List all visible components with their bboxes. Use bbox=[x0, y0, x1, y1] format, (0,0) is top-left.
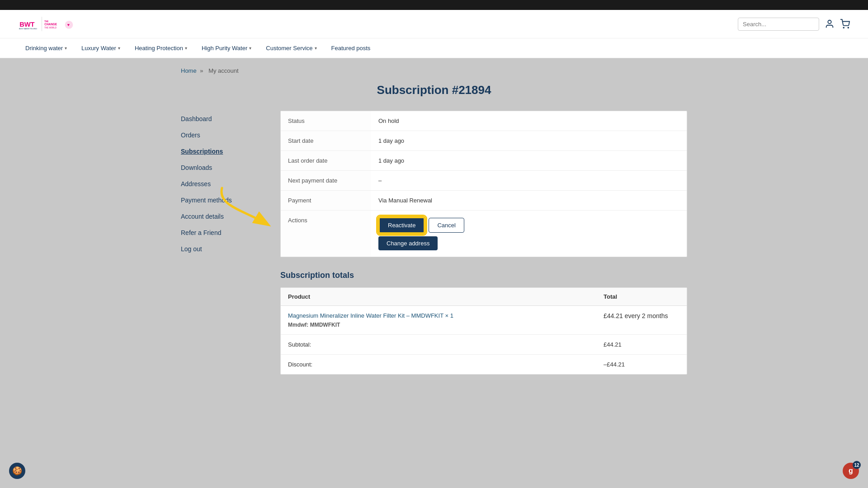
search-input[interactable] bbox=[738, 18, 819, 31]
status-value: On hold bbox=[371, 111, 687, 131]
totals-title: Subscription totals bbox=[280, 271, 687, 280]
main-content: Status On hold Start date 1 day ago Last… bbox=[280, 111, 687, 375]
sidebar-item-refer-friend[interactable]: Refer a Friend bbox=[181, 225, 262, 241]
subtotal-row: Subtotal: £44.21 bbox=[281, 335, 687, 355]
chat-icon: g bbox=[849, 467, 853, 475]
sku-value: MMDWFKIT bbox=[310, 322, 340, 328]
discount-value: –£44.21 bbox=[596, 355, 687, 374]
header-icons bbox=[738, 18, 850, 31]
totals-product-cell: Magnesium Mineralizer Inline Water Filte… bbox=[281, 306, 596, 334]
search-wrap bbox=[738, 18, 819, 31]
chat-widget[interactable]: g 12 bbox=[843, 463, 859, 479]
account-layout: Dashboard Orders Subscriptions Downloads… bbox=[181, 111, 687, 375]
svg-text:♥: ♥ bbox=[67, 23, 70, 27]
start-date-row: Start date 1 day ago bbox=[281, 131, 687, 151]
chevron-down-icon: ▾ bbox=[65, 46, 67, 51]
nav-item-heating-protection[interactable]: Heating Protection ▾ bbox=[127, 38, 194, 58]
svg-text:BWT: BWT bbox=[19, 21, 34, 28]
product-name: Magnesium Mineralizer Inline Water Filte… bbox=[288, 312, 589, 319]
nav-item-featured-posts[interactable]: Featured posts bbox=[324, 38, 378, 58]
totals-header: Product Total bbox=[281, 288, 687, 306]
last-order-label: Last order date bbox=[281, 151, 371, 170]
chevron-down-icon: ▾ bbox=[118, 46, 120, 51]
next-payment-row: Next payment date – bbox=[281, 171, 687, 191]
chat-badge: 12 bbox=[853, 461, 861, 469]
start-date-label: Start date bbox=[281, 131, 371, 150]
sidebar-item-downloads[interactable]: Downloads bbox=[181, 160, 262, 176]
sidebar-item-account-details[interactable]: Account details bbox=[181, 208, 262, 225]
cookie-icon[interactable]: 🍪 bbox=[9, 463, 25, 479]
subtotal-value: £44.21 bbox=[596, 335, 687, 354]
totals-col-product: Product bbox=[281, 288, 596, 305]
reactivate-button[interactable]: Reactivate bbox=[378, 217, 425, 234]
actions-value: Reactivate Cancel Change address bbox=[371, 211, 687, 257]
svg-text:THE WORLD: THE WORLD bbox=[44, 27, 57, 29]
sidebar-item-payment-methods[interactable]: Payment methods bbox=[181, 192, 262, 208]
discount-row: Discount: –£44.21 bbox=[281, 355, 687, 374]
svg-text:BEST WATER TECHNOLOGY: BEST WATER TECHNOLOGY bbox=[19, 28, 37, 30]
bwt-logo[interactable]: BWT BEST WATER TECHNOLOGY bbox=[18, 14, 37, 33]
svg-text:CHANGE: CHANGE bbox=[44, 23, 57, 26]
last-order-value: 1 day ago bbox=[371, 151, 687, 170]
actions-row: Actions bbox=[281, 211, 687, 257]
breadcrumb-home[interactable]: Home bbox=[181, 67, 197, 74]
product-sku: Mmdwf: MMDWFKIT bbox=[288, 322, 589, 328]
next-payment-value: – bbox=[371, 171, 687, 190]
nav-item-high-purity-water[interactable]: High Purity Water ▾ bbox=[194, 38, 259, 58]
sku-label: Mmdwf: bbox=[288, 322, 308, 328]
nav-item-drinking-water[interactable]: Drinking water ▾ bbox=[18, 38, 74, 58]
svg-point-9 bbox=[828, 20, 831, 23]
status-label: Status bbox=[281, 111, 371, 131]
breadcrumb-separator: » bbox=[200, 67, 203, 74]
svg-point-10 bbox=[843, 27, 844, 28]
breadcrumb-current: My account bbox=[208, 67, 238, 74]
status-row: Status On hold bbox=[281, 111, 687, 131]
chevron-down-icon: ▾ bbox=[315, 46, 317, 51]
nav-item-luxury-water[interactable]: Luxury Water ▾ bbox=[74, 38, 127, 58]
svg-point-11 bbox=[848, 27, 849, 28]
sidebar-item-addresses[interactable]: Addresses bbox=[181, 176, 262, 192]
breadcrumb: Home » My account bbox=[181, 67, 687, 74]
totals-col-total: Total bbox=[596, 288, 687, 305]
cart-icon[interactable] bbox=[840, 19, 850, 29]
header: BWT BEST WATER TECHNOLOGY THE CHANGE THE… bbox=[0, 10, 868, 38]
top-bar bbox=[0, 0, 868, 10]
cancel-button[interactable]: Cancel bbox=[429, 218, 464, 233]
btn-row: Reactivate Cancel bbox=[378, 217, 464, 234]
svg-rect-3 bbox=[42, 17, 42, 31]
actions-label: Actions bbox=[281, 211, 371, 257]
sidebar-item-dashboard[interactable]: Dashboard bbox=[181, 111, 262, 127]
sidebar-item-logout[interactable]: Log out bbox=[181, 241, 262, 257]
change-world-logo: THE CHANGE THE WORLD ♥ bbox=[42, 14, 73, 33]
payment-value: Via Manual Renewal bbox=[371, 191, 687, 210]
chevron-down-icon: ▾ bbox=[185, 46, 187, 51]
product-price: £44.21 every 2 months bbox=[604, 312, 679, 319]
page-title: Subscription #21894 bbox=[181, 83, 687, 97]
payment-label: Payment bbox=[281, 191, 371, 210]
sidebar: Dashboard Orders Subscriptions Downloads… bbox=[181, 111, 262, 375]
nav-item-customer-service[interactable]: Customer Service ▾ bbox=[259, 38, 324, 58]
svg-text:THE: THE bbox=[44, 20, 48, 23]
nav-bar: Drinking water ▾ Luxury Water ▾ Heating … bbox=[0, 38, 868, 58]
totals-product-row: Magnesium Mineralizer Inline Water Filte… bbox=[281, 306, 687, 335]
logo-area: BWT BEST WATER TECHNOLOGY THE CHANGE THE… bbox=[18, 14, 73, 33]
sidebar-item-subscriptions[interactable]: Subscriptions bbox=[181, 143, 262, 160]
change-address-button[interactable]: Change address bbox=[378, 236, 438, 250]
start-date-value: 1 day ago bbox=[371, 131, 687, 150]
subtotal-label: Subtotal: bbox=[281, 335, 596, 354]
payment-row: Payment Via Manual Renewal bbox=[281, 191, 687, 211]
chevron-down-icon: ▾ bbox=[249, 46, 251, 51]
discount-label: Discount: bbox=[281, 355, 596, 374]
sidebar-item-orders[interactable]: Orders bbox=[181, 127, 262, 143]
page-content: Home » My account Subscription #21894 Da… bbox=[163, 58, 705, 384]
totals-table: Product Total Magnesium Mineralizer Inli… bbox=[280, 287, 687, 375]
actions-buttons: Reactivate Cancel Change address bbox=[378, 217, 679, 250]
last-order-row: Last order date 1 day ago bbox=[281, 151, 687, 171]
subscription-table: Status On hold Start date 1 day ago Last… bbox=[280, 111, 687, 257]
user-icon[interactable] bbox=[825, 19, 835, 29]
next-payment-label: Next payment date bbox=[281, 171, 371, 190]
totals-price-cell: £44.21 every 2 months bbox=[596, 306, 687, 334]
